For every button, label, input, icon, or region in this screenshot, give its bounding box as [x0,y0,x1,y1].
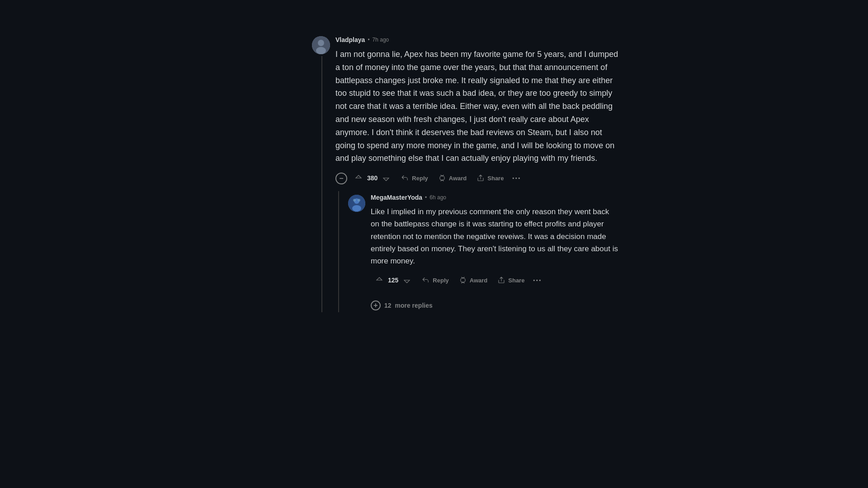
reply-icon-megamaster [422,276,430,284]
share-icon-vladplaya [476,174,485,182]
reply-button-megamaster[interactable]: Reply [418,273,452,287]
svg-point-1 [318,40,324,46]
downvote-icon [382,174,390,182]
upvote-icon [354,174,363,182]
svg-point-2 [316,47,326,54]
action-bar-vladplaya: − 380 [335,171,619,185]
reply-button-vladplaya[interactable]: Reply [397,171,431,185]
reply-thread: MegaMasterYoda • 6h ago Like I implied i… [335,191,619,312]
dot-separator-reply: • [425,194,427,201]
upvote-icon-reply [375,276,383,284]
more-options-button-vladplaya[interactable]: ··· [510,173,523,183]
comment-meta-megamaster: MegaMasterYoda • 6h ago [371,194,619,201]
reply-content: MegaMasterYoda • 6h ago Like I implied i… [348,191,619,312]
username-vladplaya: Vladplaya [335,36,365,43]
action-bar-megamaster: 125 [371,273,619,287]
vote-section-megamaster: 125 [371,273,415,287]
comment-text-vladplaya: I am not gonna lie, Apex has been my fav… [335,48,619,165]
award-button-vladplaya[interactable]: Award [434,171,471,185]
username-megamaster: MegaMasterYoda [371,194,422,201]
svg-point-7 [353,199,356,202]
award-icon-megamaster [459,276,467,284]
timestamp-megamaster: 6h ago [429,194,446,201]
downvote-icon-reply [403,276,411,284]
comment-meta-vladplaya: Vladplaya • 7h ago [335,36,619,43]
award-button-megamaster[interactable]: Award [455,273,491,287]
reply-icon-vladplaya [401,174,409,182]
reply-comment-megamaster: MegaMasterYoda • 6h ago Like I implied i… [348,194,619,293]
reply-thread-line [338,191,339,312]
more-replies-button[interactable]: + 12 more replies [371,299,619,312]
timestamp-vladplaya: 7h ago [373,37,389,43]
more-replies-icon: + [371,300,381,310]
collapse-button[interactable]: − [335,173,347,184]
avatar-megamaster [348,195,365,212]
share-icon-megamaster [497,276,505,284]
upvote-button-megamaster[interactable] [373,274,386,286]
share-button-vladplaya[interactable]: Share [473,171,507,185]
award-icon-vladplaya [438,174,446,182]
downvote-button-megamaster[interactable] [400,274,414,286]
more-options-button-megamaster[interactable]: ··· [531,275,543,286]
svg-point-6 [352,205,361,211]
more-replies-text: 12 more replies [384,302,433,309]
reply-body-megamaster: MegaMasterYoda • 6h ago Like I implied i… [371,194,619,293]
downvote-button-vladplaya[interactable] [379,172,393,184]
thread-line [321,56,322,312]
upvote-button-vladplaya[interactable] [352,172,365,184]
share-button-megamaster[interactable]: Share [494,273,528,287]
svg-point-8 [358,199,360,202]
avatar-vladplaya [312,36,330,54]
vote-count-megamaster: 125 [388,277,398,284]
dot-separator: • [368,37,369,43]
vote-section-vladplaya: 380 [350,171,395,185]
vote-count-vladplaya: 380 [367,174,377,182]
comment-text-megamaster: Like I implied in my previous comment th… [371,206,619,267]
